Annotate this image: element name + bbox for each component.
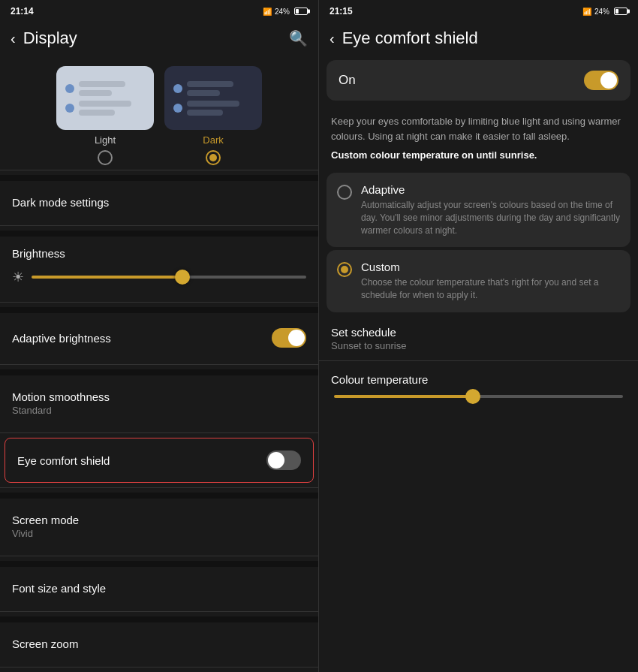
divider-r1 (319, 360, 638, 361)
schedule-title: Set schedule (331, 326, 626, 339)
custom-title: Custom (361, 261, 620, 273)
row-motion-smoothness[interactable]: Motion smoothness Standard (0, 378, 318, 428)
section-div-5 (0, 493, 318, 499)
dot1 (65, 84, 74, 93)
battery-percent-right: 24% (594, 8, 609, 16)
row-dark-mode-settings[interactable]: Dark mode settings (0, 184, 318, 221)
time-left: 21:14 (11, 6, 34, 17)
brightness-title: Brightness (12, 247, 306, 260)
on-toggle[interactable] (584, 71, 618, 90)
lines1 (79, 81, 145, 96)
radio-dark-fill (209, 154, 217, 161)
signal-icons: 📶 (263, 8, 272, 16)
description-text: Keep your eyes comfortable by limiting b… (319, 105, 638, 146)
colour-temp-slider-row (331, 395, 626, 398)
section-div-3 (0, 307, 318, 313)
time-right: 21:15 (330, 6, 353, 17)
line3a (187, 81, 233, 87)
search-button[interactable]: 🔍 (289, 29, 308, 47)
line1a (79, 81, 125, 87)
divider-4 (0, 364, 318, 365)
colour-temp-section: Colour temperature (319, 366, 638, 398)
colour-temp-thumb[interactable] (465, 389, 480, 404)
section-div-2 (0, 231, 318, 237)
status-bar-right: 21:15 📶 24% (319, 0, 638, 21)
divider-2 (0, 225, 318, 226)
theme-selector: Light (0, 56, 318, 165)
on-toggle-knob (600, 72, 617, 89)
adaptive-title: Adaptive (361, 183, 620, 196)
line1b (79, 90, 112, 96)
row-screen-zoom[interactable]: Screen zoom (0, 625, 318, 662)
status-icons-right: 📶 24% (582, 8, 627, 16)
lines2 (79, 101, 145, 116)
line4b (187, 110, 223, 116)
adaptive-brightness-toggle[interactable] (272, 328, 306, 348)
option-custom[interactable]: Custom Choose the colour temperature tha… (327, 250, 630, 312)
right-content: On Keep your eyes comfortable by limitin… (319, 56, 638, 672)
preview-row-3 (173, 81, 253, 96)
page-title-left: Display (23, 29, 289, 48)
line4a (187, 101, 239, 107)
schedule-sub: Sunset to sunrise (331, 340, 626, 351)
brightness-thumb[interactable] (175, 270, 190, 285)
row-font-size[interactable]: Font size and style (0, 570, 318, 607)
theme-label-light: Light (95, 134, 116, 146)
toggle-knob (288, 330, 305, 346)
battery-icon-left (294, 8, 308, 15)
line2b (79, 110, 115, 116)
battery-icon-right (614, 8, 627, 15)
divider-6 (0, 487, 318, 488)
divider-9 (0, 667, 318, 667)
divider-5 (0, 432, 318, 433)
line3b (187, 90, 220, 96)
schedule-section[interactable]: Set schedule Sunset to sunrise (319, 315, 638, 356)
divider-7 (0, 556, 318, 556)
divider-3 (0, 302, 318, 303)
preview-row-2 (65, 101, 145, 116)
adaptive-desc: Automatically adjust your screen's colou… (361, 199, 620, 237)
page-title-right: Eye comfort shield (342, 29, 627, 48)
sun-icon: ☀ (12, 269, 24, 285)
section-div-1 (0, 175, 318, 181)
row-screen-mode[interactable]: Screen mode Vivid (0, 502, 318, 551)
colour-temp-slider[interactable] (334, 395, 623, 398)
theme-dark[interactable]: Dark (164, 66, 262, 165)
on-toggle-row[interactable]: On (327, 60, 630, 101)
dot4 (173, 104, 182, 113)
battery-percent-left: 24% (275, 8, 290, 16)
row-eye-comfort-shield[interactable]: Eye comfort shield (5, 438, 314, 483)
top-bar-right: ‹ Eye comfort shield (319, 21, 638, 56)
lines4 (187, 101, 253, 116)
theme-light[interactable]: Light (56, 66, 154, 165)
section-div-6 (0, 561, 318, 567)
custom-desc: Choose the colour temperature that's rig… (361, 276, 620, 302)
radio-light[interactable] (98, 150, 113, 165)
left-panel: 21:14 📶 24% ‹ Display 🔍 (0, 0, 319, 672)
section-div-4 (0, 369, 318, 375)
status-icons-left: 📶 24% (263, 8, 308, 16)
section-div-7 (0, 616, 318, 622)
radio-custom-fill (341, 266, 348, 273)
line2a (79, 101, 131, 107)
eye-comfort-toggle[interactable] (266, 451, 301, 470)
theme-preview-dark (164, 66, 262, 130)
top-bar-left: ‹ Display 🔍 (0, 21, 318, 56)
radio-dark[interactable] (206, 150, 221, 165)
row-adaptive-brightness[interactable]: Adaptive brightness (0, 316, 318, 360)
brightness-row: Brightness ☀ (0, 240, 318, 297)
lines3 (187, 81, 253, 96)
radio-custom[interactable] (337, 262, 352, 277)
colour-temp-title: Colour temperature (331, 373, 626, 386)
theme-label-dark: Dark (203, 134, 223, 146)
option-adaptive[interactable]: Adaptive Automatically adjust your scree… (327, 173, 630, 247)
eye-comfort-knob (268, 452, 284, 469)
left-content: Light (0, 56, 318, 672)
preview-row-1 (65, 81, 145, 96)
back-button-right[interactable]: ‹ (330, 30, 335, 47)
dot2 (65, 104, 74, 113)
brightness-slider[interactable] (32, 276, 306, 279)
signal-icons-right: 📶 (582, 8, 591, 16)
back-button-left[interactable]: ‹ (11, 30, 16, 47)
radio-adaptive[interactable] (337, 185, 352, 200)
